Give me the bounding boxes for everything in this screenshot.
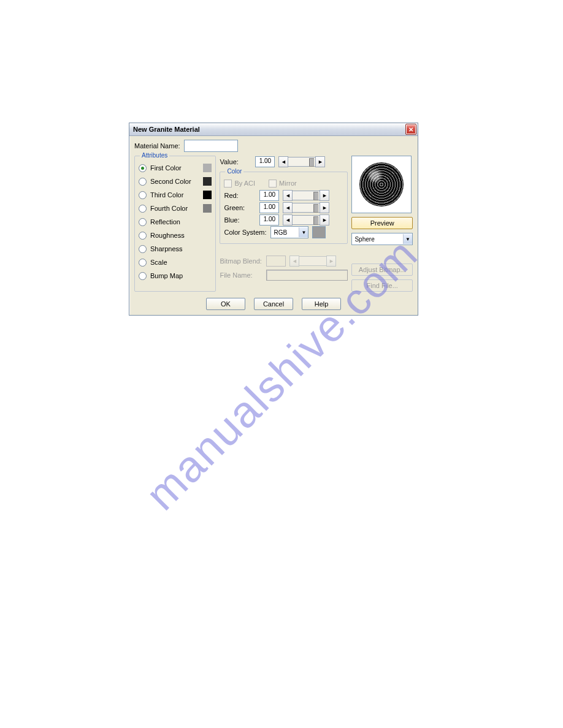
right-column: Preview Sphere ▼ Adjust Bitmap... Find F… [351,156,413,292]
slider-left-button[interactable]: ◄ [283,190,293,201]
file-name-input [266,270,348,281]
color-swatch [203,204,212,213]
checkbox-icon [269,180,277,188]
slider-track[interactable] [293,203,320,213]
result-color-swatch [312,226,326,238]
attr-scale[interactable]: Scale [139,256,212,269]
file-name-row: File Name: [220,270,348,281]
radio-icon [139,245,147,253]
value-slider[interactable]: ◄ ► [278,156,325,167]
attr-second-color[interactable]: Second Color [139,175,212,188]
attr-label: Reflection [150,218,180,226]
bitmap-blend-slider: ◄ ► [289,256,336,267]
slider-thumb[interactable] [313,216,318,225]
blue-row: Blue: 1.00 ◄ ► [224,214,343,226]
slider-thumb[interactable] [313,192,318,200]
attr-label: Second Color [150,178,191,185]
slider-left-button[interactable]: ◄ [283,202,293,213]
material-name-input[interactable] [184,140,238,152]
radio-icon [139,191,147,199]
mirror-label: Mirror [279,180,297,187]
slider-thumb[interactable] [313,204,318,213]
color-system-label: Color System: [224,229,267,236]
center-column: Value: 1.00 ◄ ► Color By ACI [220,156,348,292]
material-name-row: Material Name: [134,140,413,152]
slider-right-button[interactable]: ► [320,214,329,226]
slider-left-button: ◄ [289,256,299,267]
slider-right-button[interactable]: ► [315,156,325,167]
attr-label: Scale [150,259,167,266]
chevron-right-icon: ► [329,258,334,264]
attributes-legend: Attributes [140,152,169,159]
preview-shape-select[interactable]: Sphere ▼ [351,233,413,245]
preview-shape-value: Sphere [354,236,374,243]
chevron-left-icon: ◄ [281,159,286,165]
dialog-buttons: OK Cancel Help [134,298,413,310]
slider-track[interactable] [293,215,320,225]
color-system-value: RGB [274,229,287,236]
attr-third-color[interactable]: Third Color [139,188,212,202]
attr-first-color[interactable]: First Color [139,161,212,175]
mirror-checkbox[interactable]: Mirror [269,180,297,188]
bitmap-blend-input [266,256,286,267]
green-slider[interactable]: ◄ ► [283,202,329,213]
attr-roughness[interactable]: Roughness [139,229,212,242]
window-title: New Granite Material [133,126,200,133]
slider-left-button[interactable]: ◄ [278,156,288,167]
attr-sharpness[interactable]: Sharpness [139,242,212,256]
slider-track[interactable] [288,157,315,167]
value-row: Value: 1.00 ◄ ► [220,156,348,168]
slider-right-button[interactable]: ► [320,190,329,201]
red-input[interactable]: 1.00 [259,190,279,201]
attr-label: Fourth Color [150,205,188,212]
radio-icon [139,232,147,240]
color-legend: Color [225,168,243,175]
adjust-bitmap-button: Adjust Bitmap... [351,264,413,276]
chevron-right-icon: ► [322,217,327,223]
file-name-label: File Name: [220,271,262,279]
find-file-button: Find File... [351,279,413,292]
green-input[interactable]: 1.00 [259,202,279,213]
radio-icon [139,218,147,226]
slider-track[interactable] [293,191,320,200]
attr-reflection[interactable]: Reflection [139,215,212,229]
slider-right-button: ► [326,256,336,267]
color-swatch [203,177,212,186]
bitmap-blend-label: Bitmap Blend: [220,257,262,265]
help-button[interactable]: Help [302,298,341,310]
blue-slider[interactable]: ◄ ► [283,214,329,226]
dialog-body: Material Name: Attributes First Color Se… [129,136,418,315]
titlebar[interactable]: New Granite Material ✕ [129,123,418,136]
chevron-down-icon: ▼ [403,234,412,244]
attributes-group: Attributes First Color Second Color Thir… [134,156,216,292]
attr-fourth-color[interactable]: Fourth Color [139,202,212,215]
slider-track [299,256,326,266]
value-label: Value: [220,158,251,165]
close-button[interactable]: ✕ [405,124,416,135]
green-label: Green: [224,204,256,211]
chevron-left-icon: ◄ [285,217,291,223]
preview-button[interactable]: Preview [351,217,413,229]
color-swatch [203,164,212,172]
chevron-down-icon: ▼ [299,227,308,237]
chevron-left-icon: ◄ [285,205,291,211]
radio-icon [139,272,147,280]
color-flags-row: By ACI Mirror [224,177,343,189]
value-input[interactable]: 1.00 [255,156,275,167]
red-slider[interactable]: ◄ ► [283,190,329,201]
slider-left-button[interactable]: ◄ [283,214,293,226]
green-row: Green: 1.00 ◄ ► [224,202,343,214]
color-system-select[interactable]: RGB ▼ [270,226,308,238]
cancel-button[interactable]: Cancel [254,298,293,310]
slider-right-button[interactable]: ► [320,202,329,213]
dialog-new-granite-material: New Granite Material ✕ Material Name: At… [129,123,418,316]
blue-input[interactable]: 1.00 [259,214,279,226]
radio-icon [139,178,147,186]
close-icon: ✕ [408,126,413,133]
attr-bump-map[interactable]: Bump Map [139,269,212,282]
attr-label: First Color [150,164,182,172]
color-group: Color By ACI Mirror Red: 1.00 [220,172,348,244]
by-aci-checkbox[interactable]: By ACI [224,180,255,188]
ok-button[interactable]: OK [206,298,245,310]
slider-thumb[interactable] [309,158,314,167]
